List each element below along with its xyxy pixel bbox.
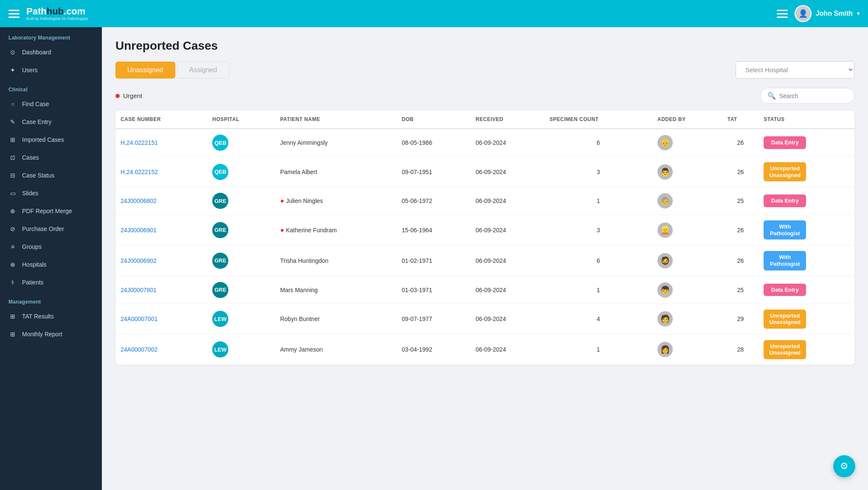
status-badge[interactable]: With Pathologist bbox=[764, 220, 806, 239]
cell-received: 06-09-2024 bbox=[471, 187, 545, 215]
sidebar-item-slides[interactable]: ▭ Slides bbox=[0, 184, 102, 202]
sidebar-item-dashboard[interactable]: ⊙ Dashboard bbox=[0, 43, 102, 61]
avatar: 👤 bbox=[795, 5, 812, 22]
cell-status: With Pathologist bbox=[758, 215, 854, 245]
hospital-badge: LEW bbox=[212, 311, 228, 327]
sidebar-item-users[interactable]: ✦ Users bbox=[0, 61, 102, 79]
case-number-link[interactable]: 24A00007002 bbox=[121, 346, 157, 353]
col-specimen-count: SPECIMEN COUNT bbox=[545, 110, 652, 129]
case-number-link[interactable]: H,24.0222152 bbox=[121, 169, 158, 175]
cell-hospital: LEW bbox=[207, 334, 275, 365]
added-by-avatar: 🧑 bbox=[657, 311, 673, 327]
sidebar-item-imported-cases[interactable]: ⊞ Imported Cases bbox=[0, 131, 102, 149]
cell-received: 06-09-2024 bbox=[471, 276, 545, 304]
cell-specimen-count: 3 bbox=[545, 157, 652, 187]
case-number-link[interactable]: 24J00006902 bbox=[121, 257, 157, 264]
urgent-label: Urgent bbox=[115, 92, 142, 99]
cell-hospital: GRE bbox=[207, 245, 275, 276]
tab-unassigned[interactable]: Unassigned bbox=[115, 62, 175, 79]
dashboard-icon: ⊙ bbox=[8, 48, 17, 56]
sidebar-item-label: Dashboard bbox=[22, 49, 51, 56]
sidebar-item-monthly-report[interactable]: ⊞ Monthly Report bbox=[0, 325, 102, 343]
user-menu[interactable]: 👤 John Smith ▾ bbox=[795, 5, 860, 22]
logo-hub: hub bbox=[47, 6, 64, 17]
cell-hospital: LEW bbox=[207, 304, 275, 334]
status-badge[interactable]: Unreported Unassigned bbox=[764, 162, 806, 181]
cell-case-number: H,24.0222152 bbox=[115, 157, 207, 187]
cell-hospital: GRE bbox=[207, 276, 275, 304]
col-added-by: ADDED BY bbox=[652, 110, 722, 129]
search-input[interactable] bbox=[779, 93, 847, 99]
sidebar-item-patients[interactable]: ⚕ Patients bbox=[0, 273, 102, 291]
status-badge[interactable]: Data Entry bbox=[764, 284, 806, 296]
hospital-badge: QEB bbox=[212, 164, 228, 180]
search-box: 🔍 bbox=[760, 88, 854, 104]
case-number-link[interactable]: 24A00007001 bbox=[121, 315, 157, 322]
cell-dob: 03-04-1992 bbox=[397, 334, 471, 365]
cell-specimen-count: 1 bbox=[545, 334, 652, 365]
cell-added-by: 👩 bbox=[652, 334, 722, 365]
sidebar-item-cases[interactable]: ⊡ Cases bbox=[0, 149, 102, 166]
cell-patient-name: ●Julien Ningles bbox=[275, 187, 397, 215]
sidebar-item-case-entry[interactable]: ✎ Case Entry bbox=[0, 113, 102, 131]
hamburger-menu-icon[interactable] bbox=[8, 10, 20, 18]
sidebar-section-lab: Laboratory Management ⊙ Dashboard ✦ User… bbox=[0, 27, 102, 79]
hospital-select[interactable]: Select Hospital bbox=[736, 61, 854, 79]
cell-status: Unreported Unassigned bbox=[758, 157, 854, 187]
sidebar-item-groups[interactable]: ≡ Groups bbox=[0, 238, 102, 256]
cell-specimen-count: 6 bbox=[545, 129, 652, 157]
tabs-row: Unassigned Assigned Select Hospital bbox=[115, 61, 854, 79]
sidebar: Laboratory Management ⊙ Dashboard ✦ User… bbox=[0, 27, 102, 490]
pdf-report-merge-icon: ⊕ bbox=[8, 207, 17, 215]
col-received: RECEIVED bbox=[471, 110, 545, 129]
cell-received: 06-09-2024 bbox=[471, 215, 545, 245]
status-badge[interactable]: Data Entry bbox=[764, 136, 806, 149]
cell-patient-name: Pamela Albert bbox=[275, 157, 397, 187]
status-badge[interactable]: Unreported Unassigned bbox=[764, 310, 806, 329]
gear-fab-button[interactable]: ⚙ bbox=[833, 455, 855, 477]
sidebar-item-label: TAT Results bbox=[22, 313, 54, 320]
table-row: 24A00007001 LEW Robyn Buntner 09-07-1977… bbox=[115, 304, 854, 334]
hospitals-icon: ⊕ bbox=[8, 260, 17, 269]
chevron-down-icon: ▾ bbox=[857, 11, 860, 17]
status-badge[interactable]: Data Entry bbox=[764, 194, 806, 207]
cell-status: With Pathologist bbox=[758, 245, 854, 276]
sidebar-item-pdf-report-merge[interactable]: ⊕ PDF Report Merge bbox=[0, 202, 102, 220]
cell-added-by: 👱 bbox=[652, 215, 722, 245]
tab-assigned[interactable]: Assigned bbox=[177, 62, 230, 79]
search-icon: 🔍 bbox=[767, 92, 776, 100]
cell-added-by: 🧑 bbox=[652, 304, 722, 334]
sidebar-item-hospitals[interactable]: ⊕ Hospitals bbox=[0, 256, 102, 273]
slides-icon: ▭ bbox=[8, 189, 17, 197]
table-row: 24J00006802 GRE ●Julien Ningles 05-06-19… bbox=[115, 187, 854, 215]
table-row: 24J00006902 GRE Trisha Huntingdon 01-02-… bbox=[115, 245, 854, 276]
case-number-link[interactable]: 24J00007801 bbox=[121, 287, 157, 293]
purchase-order-icon: ⊘ bbox=[8, 225, 17, 233]
sidebar-item-label: Find Case bbox=[22, 101, 49, 107]
urgent-marker-icon: ● bbox=[280, 197, 284, 204]
sidebar-item-label: Imported Cases bbox=[22, 136, 64, 143]
added-by-avatar: 👨 bbox=[657, 164, 673, 180]
status-badge[interactable]: Unreported Unassigned bbox=[764, 340, 806, 359]
nav-hamburger-right[interactable] bbox=[777, 10, 788, 18]
sidebar-item-case-status[interactable]: ⊟ Case Status bbox=[0, 166, 102, 184]
cases-table: CASE NUMBER HOSPITAL PATIENT NAME DOB RE… bbox=[115, 110, 854, 365]
sidebar-item-purchase-order[interactable]: ⊘ Purchase Order bbox=[0, 220, 102, 238]
col-tat: TAT bbox=[722, 110, 759, 129]
cases-icon: ⊡ bbox=[8, 153, 17, 162]
cell-dob: 08-05-1986 bbox=[397, 129, 471, 157]
case-number-link[interactable]: 24J00006901 bbox=[121, 227, 157, 234]
sidebar-item-find-case[interactable]: ○ Find Case bbox=[0, 95, 102, 113]
main-content: Unreported Cases Unassigned Assigned Sel… bbox=[102, 27, 868, 490]
sidebar-item-tat-results[interactable]: ⊞ TAT Results bbox=[0, 307, 102, 325]
cell-tat: 25 bbox=[722, 187, 759, 215]
case-number-link[interactable]: 24J00006802 bbox=[121, 197, 157, 204]
added-by-avatar: 🧔 bbox=[657, 253, 673, 268]
cell-hospital: QEB bbox=[207, 157, 275, 187]
case-number-link[interactable]: H,24.0222151 bbox=[121, 139, 158, 146]
cell-status: Data Entry bbox=[758, 187, 854, 215]
sidebar-item-label: Groups bbox=[22, 243, 42, 250]
status-badge[interactable]: With Pathologist bbox=[764, 251, 806, 270]
cell-specimen-count: 6 bbox=[545, 245, 652, 276]
hospital-badge: GRE bbox=[212, 193, 228, 209]
